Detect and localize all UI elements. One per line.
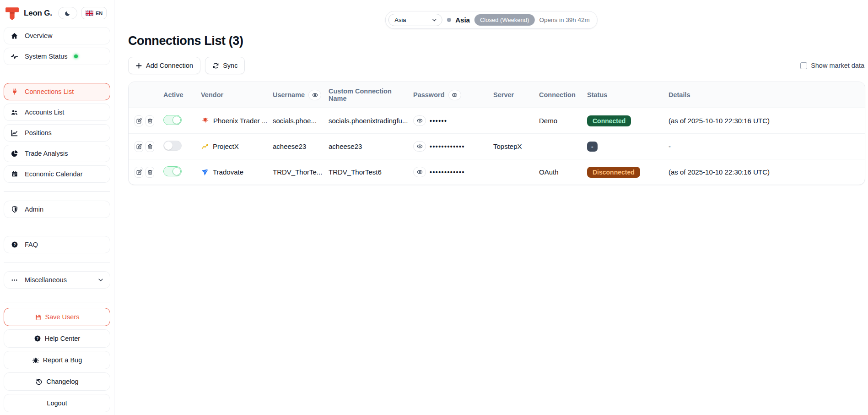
column-header-custom-connection-name: Custom Connection Name xyxy=(324,82,409,108)
bug-icon xyxy=(32,356,39,364)
column-header-label: Server xyxy=(493,91,514,98)
moon-icon xyxy=(65,10,71,16)
footer-item-label: Logout xyxy=(47,399,67,407)
uk-flag-icon xyxy=(86,11,93,16)
sidebar-item-connections-list[interactable]: Connections List xyxy=(4,83,110,100)
trash-icon xyxy=(147,169,153,175)
sidebar-item-overview[interactable]: Overview xyxy=(4,27,110,44)
sidebar-item-system-status[interactable]: System Status xyxy=(4,48,110,65)
sidebar-item-economic-calendar[interactable]: Economic Calendar xyxy=(4,165,110,183)
column-header-server: Server xyxy=(489,82,534,108)
language-button[interactable]: EN xyxy=(81,7,107,19)
sidebar-divider xyxy=(4,227,110,227)
delete-connection-button[interactable] xyxy=(146,167,154,178)
svg-text:?: ? xyxy=(13,242,16,247)
show-market-data-checkbox[interactable] xyxy=(800,62,807,69)
eye-icon xyxy=(416,143,423,150)
report-a-bug-button[interactable]: Report a Bug xyxy=(4,351,110,369)
delete-connection-button[interactable] xyxy=(146,141,154,152)
sidebar-item-faq[interactable]: ?FAQ xyxy=(4,236,110,253)
sidebar-item-trade-analysis[interactable]: Trade Analysis xyxy=(4,145,110,162)
sidebar-item-miscellaneous[interactable]: Miscellaneous xyxy=(4,271,110,289)
password-mask: •••••• xyxy=(430,117,447,125)
show-market-data-control: Show market data xyxy=(800,62,865,69)
sync-label: Sync xyxy=(223,62,237,69)
username-cell: acheese23 xyxy=(268,134,324,159)
footer-item-label: Save Users xyxy=(45,313,80,321)
shield-icon xyxy=(10,206,19,213)
column-header-active: Active xyxy=(159,82,196,108)
show-password-button[interactable] xyxy=(413,141,426,152)
edit-connection-button[interactable] xyxy=(135,141,143,152)
toggle-knob xyxy=(173,167,181,175)
sidebar-item-admin[interactable]: Admin xyxy=(4,201,110,218)
market-status-dot-icon xyxy=(447,18,451,22)
sidebar-item-label: Overview xyxy=(25,32,52,39)
custom-connection-name-cell: TRDV_ThorTest6 xyxy=(324,159,409,185)
eye-icon xyxy=(416,117,423,124)
toggle-column-visibility-button[interactable] xyxy=(308,90,321,100)
connection-type-cell: OAuth xyxy=(534,159,582,185)
toggle-column-visibility-button[interactable] xyxy=(448,90,461,100)
activity-icon xyxy=(10,53,19,60)
market-region-label: Asia xyxy=(455,16,470,24)
password-mask: •••••••••••• xyxy=(430,143,465,150)
sidebar-item-label: Positions xyxy=(25,129,52,137)
connection-row: TradovateTRDV_ThorTe...TRDV_ThorTest6•••… xyxy=(129,159,865,185)
projectx-vendor-icon xyxy=(201,142,209,151)
eye-icon xyxy=(312,92,318,98)
show-password-button[interactable] xyxy=(413,167,426,177)
footer-item-label: Changelog xyxy=(46,378,78,385)
market-opens-text: Opens in 39h 42m xyxy=(539,16,589,23)
connection-row: Phoenix Trader ...socials.phoe...socials… xyxy=(129,108,865,134)
save-icon xyxy=(35,314,42,321)
changelog-button[interactable]: Changelog xyxy=(4,372,110,391)
show-market-data-label: Show market data xyxy=(811,62,864,69)
svg-text:?: ? xyxy=(36,336,38,341)
save-users-button[interactable]: Save Users xyxy=(4,308,110,326)
sidebar-item-label: Admin xyxy=(25,206,43,213)
logout-button[interactable]: Logout xyxy=(4,394,110,412)
column-header-status: Status xyxy=(582,82,664,108)
phoenix-vendor-icon xyxy=(201,116,210,125)
add-connection-button[interactable]: Add Connection xyxy=(128,57,200,74)
username-cell: TRDV_ThorTe... xyxy=(268,159,324,185)
pie-icon xyxy=(10,150,19,157)
chart-icon xyxy=(10,129,19,137)
active-toggle[interactable] xyxy=(163,115,182,125)
connections-table-card: ActiveVendorUsernameCustom Connection Na… xyxy=(128,82,865,185)
sidebar-item-accounts-list[interactable]: Accounts List xyxy=(4,104,110,121)
plus-icon xyxy=(135,62,142,69)
main-content: Asia Asia Closed (Weekend) Opens in 39h … xyxy=(114,0,868,415)
calendar-icon xyxy=(10,170,19,178)
column-header-password: Password xyxy=(409,82,489,108)
column-header-label: Custom Connection Name xyxy=(329,87,404,102)
edit-connection-button[interactable] xyxy=(135,115,143,126)
page-title: Connections List (3) xyxy=(128,34,865,48)
market-closed-badge: Closed (Weekend) xyxy=(474,14,534,26)
sidebar-item-label: Connections List xyxy=(25,88,74,95)
custom-connection-name-cell: socials.phoenixtradingfu... xyxy=(324,108,409,134)
theme-toggle-button[interactable] xyxy=(58,7,77,19)
details-cell: (as of 2025-10-10 22:30:16 UTC) xyxy=(664,108,865,134)
trash-icon xyxy=(147,118,153,124)
sidebar-nav: OverviewSystem StatusConnections ListAcc… xyxy=(4,27,110,289)
active-toggle[interactable] xyxy=(163,141,182,151)
sync-button[interactable]: Sync xyxy=(205,57,245,74)
region-select[interactable]: Asia xyxy=(388,14,442,26)
server-cell xyxy=(489,159,534,185)
help-center-button[interactable]: ?Help Center xyxy=(4,329,110,348)
status-dot xyxy=(74,55,78,58)
active-toggle[interactable] xyxy=(163,166,182,176)
sidebar-item-positions[interactable]: Positions xyxy=(4,124,110,142)
connection-row: ProjectXacheese23acheese23••••••••••••To… xyxy=(129,134,865,159)
question-icon: ? xyxy=(10,241,19,248)
table-header-row: ActiveVendorUsernameCustom Connection Na… xyxy=(129,82,865,108)
delete-connection-button[interactable] xyxy=(146,115,154,126)
sidebar-item-label: Miscellaneous xyxy=(25,276,67,284)
edit-connection-button[interactable] xyxy=(135,167,143,178)
sidebar-item-label: System Status xyxy=(25,53,67,60)
footer-item-label: Help Center xyxy=(45,335,80,342)
vendor-name: Phoenix Trader ... xyxy=(213,117,267,125)
show-password-button[interactable] xyxy=(413,115,426,126)
